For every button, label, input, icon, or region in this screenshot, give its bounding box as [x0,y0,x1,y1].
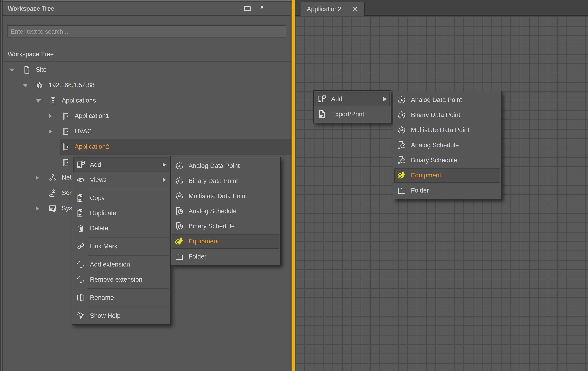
panel-title: Workspace Tree [8,5,243,12]
application-icon [61,143,70,151]
menu-item-label: Remove extension [90,276,142,283]
tab-close-icon[interactable] [352,6,358,12]
rename-icon [76,293,85,302]
menu-item-label: Views [90,176,107,184]
menu-item-binary-data-point[interactable]: BBinary Data Point [171,173,280,188]
tree-item-label: Site [36,66,47,73]
expand-arrow-icon[interactable] [49,129,52,134]
submenu-arrow-icon [163,178,166,182]
application-icon [61,158,70,166]
menu-item-label: Delete [90,225,108,232]
document-icon [22,66,31,74]
menu-item-add[interactable]: Add [73,157,170,172]
tab-application2[interactable]: Application2 [300,2,365,16]
menu-item-duplicate[interactable]: Duplicate [73,206,170,221]
menu-item-label: Equipment [189,238,219,245]
menu-separator [73,236,170,239]
menu-item-label: Copy [90,194,105,202]
menu-item-export-print[interactable]: Export/Print [314,107,391,122]
collapse-arrow-icon[interactable] [36,99,41,103]
expand-arrow-icon[interactable] [36,206,39,211]
svg-text:B: B [400,113,403,117]
menu-item-label: Analog Data Point [189,162,240,169]
menu-item-label: Multistate Data Point [411,126,469,134]
menu-item-binary-schedule[interactable]: BBinary Schedule [171,219,280,234]
binary-point-icon: B [397,110,406,120]
menu-item-label: Folder [411,187,429,194]
window-left-edge [0,0,1,371]
menu-item-label: Add [331,95,342,103]
add-icon [76,160,85,169]
menu-item-copy[interactable]: Copy [73,190,170,206]
menu-item-folder[interactable]: Folder [393,183,501,198]
search-input[interactable] [7,25,286,38]
menu-item-rename[interactable]: Rename [73,290,170,305]
applications-icon [48,97,57,105]
tree-item-label: Applications [62,97,96,104]
pin-panel-button[interactable] [258,5,266,12]
menu-item-label: Add [90,161,101,168]
menu-item-analog-data-point[interactable]: AAnalog Data Point [171,158,280,173]
panel-splitter[interactable] [292,0,295,371]
duplicate-icon [76,208,85,218]
menu-item-binary-data-point[interactable]: BBinary Data Point [393,107,501,122]
folder-icon [175,252,184,261]
menu-item-show-help[interactable]: Show Help [73,308,170,323]
menu-item-label: Analog Data Point [411,96,462,103]
tree-item-applications[interactable]: Applications [3,93,291,109]
lightbulb-icon [76,311,85,320]
menu-item-add[interactable]: Add [314,91,391,107]
menu-item-label: Export/Print [331,110,364,118]
submenu-arrow-icon [383,97,387,101]
menu-item-multistate-data-point[interactable]: MMultistate Data Point [171,188,280,204]
svg-text:B: B [398,162,400,165]
menu-item-views[interactable]: Views [73,172,170,187]
application-icon [61,112,70,120]
tree-item-application1[interactable]: Application1 [3,109,291,124]
collapse-arrow-icon[interactable] [23,84,28,87]
window-top-edge [0,0,292,1]
menu-item-delete[interactable]: Delete [73,221,170,236]
tab-strip: Application2 [295,0,588,16]
expand-arrow-icon[interactable] [36,175,39,180]
binary-schedule-icon: B [397,155,406,165]
menu-item-label: Duplicate [90,209,116,217]
menu-item-label: Link Mark [90,243,117,250]
tree-context-menu: AddViewsCopyDuplicateDeleteLink MarkAdd … [72,156,171,325]
menu-item-analog-schedule[interactable]: AAnalog Schedule [171,204,280,219]
tree-item-hvac[interactable]: HVAC [3,124,291,139]
folder-icon [397,186,406,195]
tree-section-label: Workspace Tree [3,51,291,58]
section-divider [3,61,291,62]
tree-item-application2[interactable]: Application2 [3,139,291,155]
analog-schedule-icon: A [175,207,184,216]
menu-item-binary-schedule[interactable]: BBinary Schedule [393,153,501,168]
expand-arrow-icon[interactable] [49,114,52,118]
float-panel-button[interactable] [243,5,251,12]
collapse-arrow-icon[interactable] [10,68,15,72]
menu-item-add-extension[interactable]: Add extension [73,257,170,272]
menu-item-equipment[interactable]: Equipment [171,234,280,249]
application-window: Workspace Tree Workspace Tree Site192.16… [0,0,588,371]
menu-item-analog-schedule[interactable]: AAnalog Schedule [393,138,501,153]
svg-text:A: A [178,164,180,168]
pin-icon [258,11,266,13]
menu-item-equipment[interactable]: Equipment [393,168,501,183]
svg-text:A: A [176,212,178,216]
trash-icon [76,223,85,233]
menu-separator [73,187,170,190]
add-icon [317,94,326,104]
menu-item-link-mark[interactable]: Link Mark [73,239,170,254]
menu-item-label: Equipment [411,172,441,179]
menu-item-multistate-data-point[interactable]: MMultistate Data Point [393,122,501,138]
tree-item-site[interactable]: Site [3,62,291,78]
menu-item-remove-extension[interactable]: Remove extension [73,272,170,287]
eye-icon [76,175,85,185]
menu-item-label: Rename [90,294,114,301]
tree-item-192-168-1-52-88[interactable]: 192.168.1.52:88 [3,78,291,93]
menu-item-analog-data-point[interactable]: AAnalog Data Point [393,92,501,107]
menu-item-folder[interactable]: Folder [171,249,280,264]
canvas-context-menu: AddExport/Print [313,90,391,123]
menu-item-label: Analog Schedule [411,142,459,149]
menu-item-label: Add extension [90,261,130,268]
